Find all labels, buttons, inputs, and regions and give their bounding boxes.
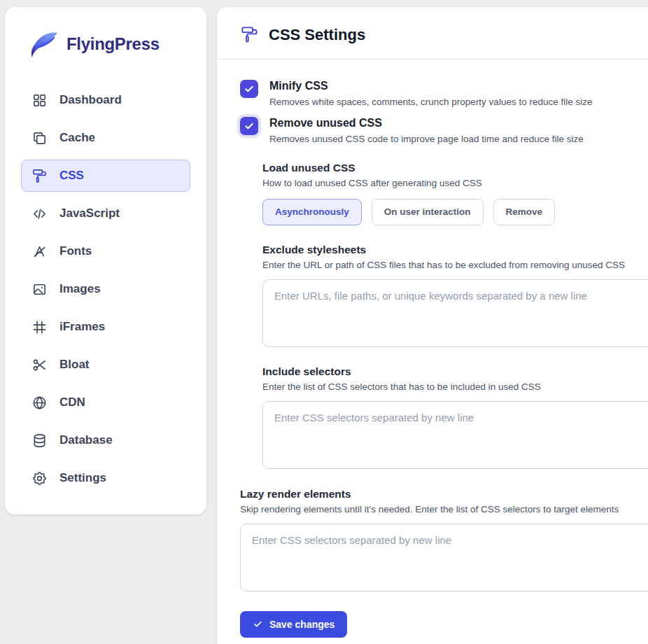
letter-a-icon [31,244,48,260]
option-on-user-interaction[interactable]: On user interaction [372,199,484,225]
save-changes-label: Save changes [269,619,334,630]
frame-icon [31,319,48,335]
check-icon [244,83,255,94]
paint-roller-icon [240,25,259,44]
sidebar-item-fonts[interactable]: Fonts [21,235,190,267]
sidebar-item-database[interactable]: Database [21,424,190,456]
remove-unused-css-label: Remove unused CSS [269,116,584,131]
sidebar-item-label: iFrames [59,320,105,334]
flyingpress-wing-icon [27,28,59,60]
sidebar-item-iframes[interactable]: iFrames [21,311,190,343]
paint-roller-icon [31,168,48,184]
sidebar-item-label: Images [59,282,101,296]
load-unused-css-label: Load unused CSS [262,162,648,174]
exclude-stylesheets-field: Exclude stylesheets Enter the URL or pat… [262,244,648,347]
option-remove[interactable]: Remove [493,199,556,225]
sidebar-item-label: Settings [59,471,106,485]
remove-unused-css-row: Remove unused CSS Removes unused CSS cod… [240,116,648,144]
code-icon [31,206,48,222]
check-icon [244,120,255,132]
minify-css-label: Minify CSS [269,79,592,94]
sidebar: FlyingPress Dashboard Cache [5,7,206,514]
sidebar-item-label: CSS [59,169,84,183]
load-unused-css-options: Asynchronously On user interaction Remov… [262,199,648,225]
photo-icon [31,281,48,298]
sidebar-item-dashboard[interactable]: Dashboard [21,84,190,116]
sidebar-item-bloat[interactable]: Bloat [21,349,190,381]
sidebar-item-cache[interactable]: Cache [21,122,190,154]
sidebar-item-label: Fonts [59,244,92,258]
globe-icon [31,395,48,411]
lazy-render-description: Skip rendering elements until it's neede… [240,504,648,514]
sidebar-nav: Dashboard Cache CSS [21,84,190,494]
copy-icon [31,130,48,146]
logo-text: FlyingPress [66,34,160,54]
sidebar-item-label: Database [59,433,113,447]
remove-unused-css-checkbox[interactable] [240,117,258,135]
grid-icon [31,92,48,108]
include-selectors-description: Enter the list of CSS selectors that has… [262,382,648,392]
sidebar-item-javascript[interactable]: JavaScript [21,197,190,230]
exclude-stylesheets-label: Exclude stylesheets [262,244,648,256]
exclude-stylesheets-description: Enter the URL or path of CSS files that … [262,260,648,270]
load-unused-css-description: How to load unused CSS after generating … [262,178,648,188]
minify-css-checkbox[interactable] [240,80,258,98]
lazy-render-label: Lazy render elements [240,488,648,500]
save-changes-button[interactable]: Save changes [240,611,347,638]
sidebar-item-label: Cache [59,131,95,145]
sidebar-item-label: CDN [59,396,85,410]
sidebar-item-label: Bloat [59,358,90,372]
scissors-icon [31,357,48,373]
page-header: CSS Settings [217,7,648,59]
minify-css-row: Minify CSS Removes white spaces, comment… [240,79,648,107]
remove-unused-css-description: Removes unused CSS code to improve page … [269,134,584,144]
check-icon [253,619,263,629]
load-unused-css-group: Load unused CSS How to load unused CSS a… [262,162,648,225]
logo: FlyingPress [21,28,190,60]
sidebar-item-images[interactable]: Images [21,273,190,305]
minify-css-description: Removes white spaces, comments, crunch p… [269,97,592,107]
database-icon [31,433,48,449]
option-asynchronously[interactable]: Asynchronously [262,199,362,225]
lazy-render-field: Lazy render elements Skip rendering elem… [240,488,648,592]
sidebar-item-label: Dashboard [59,93,122,107]
sidebar-item-css[interactable]: CSS [21,160,190,192]
sidebar-item-label: JavaScript [59,206,120,220]
include-selectors-label: Include selectors [262,365,648,378]
sidebar-item-settings[interactable]: Settings [21,462,190,494]
page-title: CSS Settings [269,26,365,44]
exclude-stylesheets-textarea[interactable] [262,279,648,347]
main-content: CSS Settings Minify CSS Removes white sp… [217,7,648,644]
gear-icon [31,470,48,486]
include-selectors-field: Include selectors Enter the list of CSS … [262,365,648,469]
lazy-render-textarea[interactable] [240,524,648,592]
include-selectors-textarea[interactable] [262,401,648,469]
sidebar-item-cdn[interactable]: CDN [21,386,190,419]
